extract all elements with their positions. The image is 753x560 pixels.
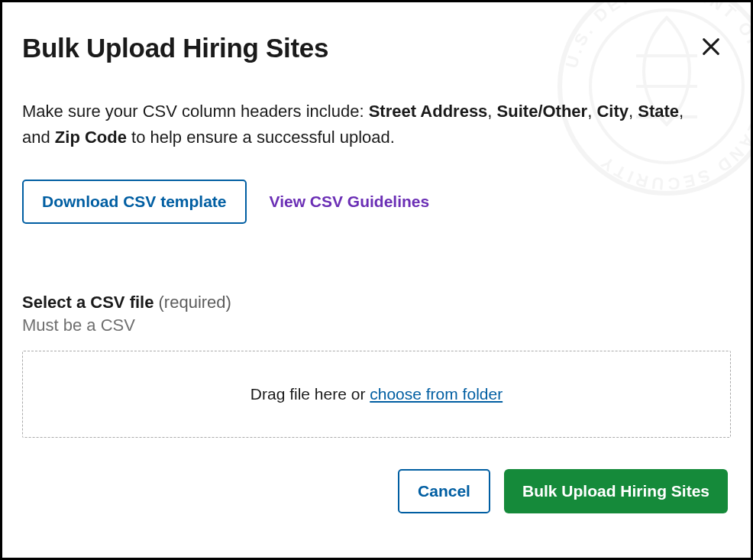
file-hint: Must be a CSV [22,316,731,335]
file-select-label-required: (required) [154,293,231,312]
csv-field-city: City [596,102,629,121]
intro-text: Make sure your CSV column headers includ… [22,99,709,151]
intro-lead: Make sure your CSV column headers includ… [22,102,369,121]
csv-field-suite: Suite/Other [497,102,588,121]
view-csv-guidelines-link[interactable]: View CSV Guidelines [270,193,430,211]
svg-text:U.S. DEPARTMENT OF HOMELAND SE: U.S. DEPARTMENT OF HOMELAND SECURITY [561,0,753,193]
bulk-upload-submit-button[interactable]: Bulk Upload Hiring Sites [504,469,728,513]
file-select-label: Select a CSV file (required) [22,293,731,312]
dropzone-text: Drag file here or [250,385,370,403]
close-icon[interactable] [700,36,722,57]
csv-field-state: State [638,102,679,121]
download-csv-template-button[interactable]: Download CSV template [22,180,247,224]
svg-point-0 [560,0,753,193]
csv-field-street: Street Address [369,102,488,121]
file-select-label-bold: Select a CSV file [22,293,154,312]
csv-field-zip: Zip Code [55,128,127,147]
dialog-footer: Cancel Bulk Upload Hiring Sites [398,469,728,513]
intro-trail: to help ensure a successful upload. [127,128,395,147]
dialog-title: Bulk Upload Hiring Sites [22,33,731,63]
file-dropzone[interactable]: Drag file here or choose from folder [22,351,731,438]
actions-row: Download CSV template View CSV Guideline… [22,180,731,224]
cancel-button[interactable]: Cancel [398,469,490,513]
choose-from-folder-link[interactable]: choose from folder [370,385,503,403]
bulk-upload-dialog: U.S. DEPARTMENT OF HOMELAND SECURITY Bul… [0,0,753,560]
